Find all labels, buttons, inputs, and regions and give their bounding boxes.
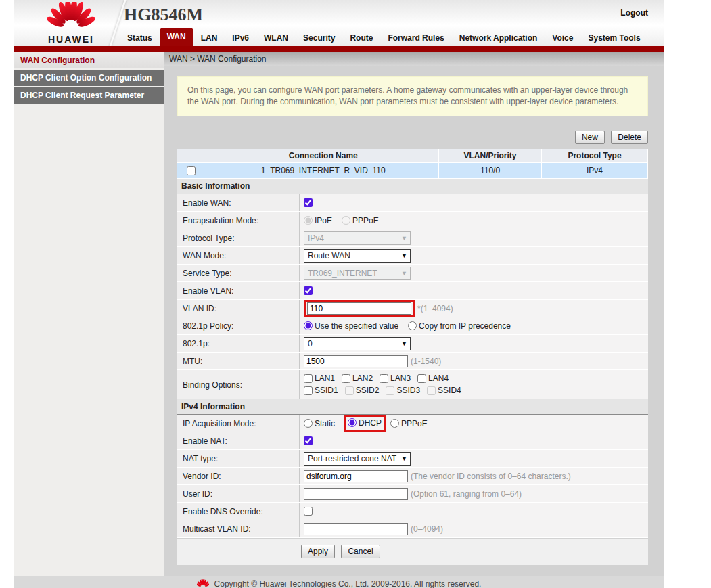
breadcrumb: WAN > WAN Configuration — [164, 52, 664, 66]
multicast-vlan-id-input[interactable] — [304, 523, 408, 535]
connection-row-checkbox[interactable] — [187, 166, 196, 175]
vlan-id-note: *(1–4094) — [417, 304, 453, 313]
huawei-logo: HUAWEI — [31, 2, 111, 45]
pppoe-option-label: PPPoE — [352, 216, 379, 225]
copyright-text: Copyright © Huawei Technologies Co., Ltd… — [214, 579, 482, 588]
enable-nat-checkbox[interactable] — [304, 436, 313, 445]
lan1-checkbox[interactable] — [304, 374, 313, 383]
wan-mode-label: WAN Mode: — [177, 247, 300, 264]
static-option-label: Static — [315, 419, 335, 428]
dhcp-radio[interactable] — [348, 418, 357, 427]
header-protocol-type: Protocol Type — [542, 149, 648, 163]
huawei-flower-icon — [197, 579, 209, 588]
ssid1-checkbox[interactable] — [304, 386, 313, 395]
cancel-button[interactable]: Cancel — [341, 545, 380, 558]
row-user-id: User ID: (Option 61, ranging from 0–64) — [177, 485, 648, 503]
enable-vlan-checkbox[interactable] — [304, 286, 313, 295]
sidebar-item-dhcp-client-request[interactable]: DHCP Client Request Parameter — [14, 87, 164, 104]
page-description-notice: On this page, you can configure WAN port… — [177, 76, 648, 116]
tab-network-application[interactable]: Network Application — [452, 30, 545, 46]
enable-dns-override-label: Enable DNS Override: — [177, 503, 300, 520]
sidebar-filler — [14, 105, 164, 576]
enable-vlan-label: Enable VLAN: — [177, 282, 300, 299]
connection-table-header-row: Connection Name VLAN/Priority Protocol T… — [177, 149, 648, 163]
8021p-select[interactable]: 0▼ — [304, 337, 411, 350]
chevron-down-icon: ▼ — [401, 252, 407, 259]
row-enable-wan: Enable WAN: — [177, 194, 648, 212]
ip-acquisition-mode-label: IP Acquisition Mode: — [177, 415, 300, 432]
header-connection-name: Connection Name — [208, 149, 439, 163]
tab-route[interactable]: Route — [342, 30, 380, 46]
static-radio[interactable] — [304, 419, 313, 428]
row-8021p-policy: 802.1p Policy: Use the specified value C… — [177, 317, 648, 335]
ssid3-label: SSID3 — [396, 386, 420, 395]
tab-forward-rules[interactable]: Forward Rules — [380, 30, 451, 46]
lan4-checkbox[interactable] — [417, 374, 426, 383]
user-id-label: User ID: — [177, 485, 300, 502]
main-panel: WAN > WAN Configuration On this page, yo… — [164, 52, 664, 576]
tab-wlan[interactable]: WLAN — [256, 30, 296, 46]
row-vlan-id: VLAN ID: *(1–4094) — [177, 300, 648, 317]
wan-mode-select[interactable]: Route WAN▼ — [304, 249, 411, 263]
lan1-label: LAN1 — [315, 374, 335, 383]
encapsulation-pppoe-radio[interactable] — [342, 216, 350, 225]
enable-wan-checkbox[interactable] — [304, 198, 313, 207]
use-specified-value-radio[interactable] — [304, 321, 313, 330]
red-divider-bar — [14, 46, 664, 52]
lan2-label: LAN2 — [352, 374, 373, 383]
multicast-vlan-id-label: Multicast VLAN ID: — [177, 520, 300, 537]
ssid3-checkbox — [386, 386, 394, 395]
8021p-label: 802.1p: — [177, 335, 300, 352]
tab-ipv6[interactable]: IPv6 — [225, 30, 256, 46]
ssid1-label: SSID1 — [315, 386, 338, 395]
enable-nat-label: Enable NAT: — [177, 432, 300, 449]
sidebar-item-wan-configuration[interactable]: WAN Configuration — [14, 52, 164, 68]
lan4-label: LAN4 — [428, 374, 449, 383]
delete-button[interactable]: Delete — [611, 131, 648, 144]
header: HUAWEI HG8546M Logout Status WAN LAN IPv… — [14, 0, 664, 46]
row-mtu: MTU: (1-1540) — [177, 353, 648, 370]
tab-wan[interactable]: WAN — [160, 28, 193, 46]
nat-type-select[interactable]: Port-restricted cone NAT▼ — [304, 452, 411, 466]
lan3-label: LAN3 — [390, 374, 411, 383]
sidebar: WAN Configuration DHCP Client Option Con… — [14, 52, 164, 576]
form-actions: Apply Cancel — [177, 539, 648, 565]
tab-system-tools[interactable]: System Tools — [580, 30, 647, 46]
user-id-input[interactable] — [304, 488, 408, 500]
protocol-type-select: IPv4▼ — [304, 231, 411, 245]
pppoe-radio[interactable] — [390, 419, 399, 428]
tab-security[interactable]: Security — [296, 30, 342, 46]
header-vlan-priority: VLAN/Priority — [439, 149, 542, 163]
tab-status[interactable]: Status — [120, 30, 160, 46]
row-ip-acquisition-mode: IP Acquisition Mode: Static DHCP PPPoE — [177, 415, 648, 432]
service-type-label: Service Type: — [177, 265, 300, 281]
tab-lan[interactable]: LAN — [193, 30, 225, 46]
ipoe-option-label: IPoE — [315, 216, 332, 225]
copy-from-ip-precedence-radio[interactable] — [408, 321, 417, 330]
row-enable-nat: Enable NAT: — [177, 432, 648, 450]
mtu-input[interactable] — [304, 355, 408, 367]
lan2-checkbox[interactable] — [342, 374, 350, 383]
encapsulation-ipoe-radio[interactable] — [304, 216, 313, 225]
enable-dns-override-checkbox[interactable] — [304, 507, 313, 516]
vlan-id-highlight-annotation — [304, 300, 415, 317]
ssid2-checkbox — [345, 386, 354, 395]
lan3-checkbox[interactable] — [380, 374, 388, 383]
sidebar-item-dhcp-client-option[interactable]: DHCP Client Option Configuration — [14, 70, 164, 86]
footer: Copyright © Huawei Technologies Co., Ltd… — [14, 576, 664, 588]
row-nat-type: NAT type: Port-restricted cone NAT▼ — [177, 450, 648, 468]
row-service-type: Service Type: TR069_INTERNET▼ — [177, 265, 648, 282]
vendor-id-input[interactable] — [304, 470, 408, 482]
dhcp-option-label: DHCP — [359, 418, 382, 428]
vlan-id-input[interactable] — [307, 302, 411, 315]
row-multicast-vlan-id: Multicast VLAN ID: (0–4094) — [177, 520, 648, 538]
mtu-label: MTU: — [177, 353, 300, 369]
row-wan-mode: WAN Mode: Route WAN▼ — [177, 247, 648, 265]
tab-voice[interactable]: Voice — [545, 30, 580, 46]
apply-button[interactable]: Apply — [301, 545, 335, 558]
chevron-down-icon: ▼ — [401, 340, 407, 347]
row-encapsulation-mode: Encapsulation Mode: IPoE PPPoE — [177, 212, 648, 229]
new-button[interactable]: New — [575, 131, 605, 144]
huawei-flower-icon — [47, 2, 95, 33]
logout-button[interactable]: Logout — [620, 8, 648, 18]
